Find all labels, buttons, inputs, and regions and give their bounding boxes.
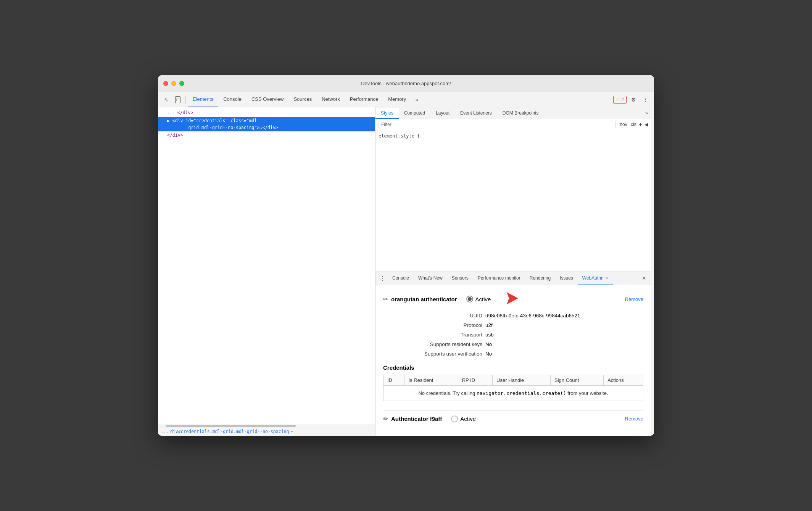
device-icon: □	[175, 96, 180, 103]
drawer-tab-console[interactable]: Console	[388, 272, 414, 285]
more-tabs-button[interactable]: »	[411, 94, 422, 105]
drawer-tab-sensors[interactable]: Sensors	[447, 272, 473, 285]
resident-keys-value: No	[485, 341, 492, 347]
no-credentials-cell: No credentials. Try calling navigator.cr…	[383, 386, 643, 401]
main-scrollbar[interactable]	[651, 107, 654, 436]
cls-button[interactable]: .cls	[630, 122, 636, 127]
webauthn-tab-close-button[interactable]: ×	[605, 275, 608, 281]
authenticator-1-active-group: Active	[466, 291, 519, 307]
tab-event-listeners[interactable]: Event Listeners	[455, 108, 497, 119]
tab-performance[interactable]: Performance	[345, 92, 383, 107]
element-style-code: element.style {	[375, 130, 651, 142]
authenticator-1-section: ✏ orangutan authenticator Active	[383, 291, 643, 401]
drawer-tab-webauthn[interactable]: WebAuthn ×	[578, 272, 613, 285]
authenticator-2-remove-button[interactable]: Remove	[625, 416, 643, 422]
protocol-value: u2f	[485, 322, 493, 328]
settings-button[interactable]: ⚙	[628, 94, 639, 105]
cursor-tool-button[interactable]: ↖	[161, 94, 172, 105]
no-credentials-row: No credentials. Try calling navigator.cr…	[383, 386, 643, 401]
styles-filter-input[interactable]	[379, 121, 615, 128]
warning-count: 2	[621, 97, 624, 102]
element-line-3[interactable]: </div>	[158, 131, 375, 139]
close-button[interactable]	[163, 81, 168, 86]
drawer-tab-perf-monitor[interactable]: Performance monitor	[473, 272, 525, 285]
credentials-table-header-row: ID Is Resident RP ID User Handle Sign Co…	[383, 375, 643, 386]
drawer-menu-button[interactable]: ⋮	[377, 273, 388, 284]
horizontal-scrollbar[interactable]	[158, 424, 375, 427]
el-attr: id=	[185, 118, 193, 123]
expand-arrow: ▶	[167, 118, 172, 123]
breadcrumb-dots: ...	[161, 429, 169, 434]
right-area: Styles Computed Layout Event Listeners D…	[375, 107, 651, 436]
el-attr2: class=	[228, 118, 246, 123]
authenticator-1-remove-button[interactable]: Remove	[625, 296, 643, 302]
add-rule-button[interactable]: +	[639, 121, 642, 128]
uuid-row: UUID d98e08fb-0efc-43e6-968c-99844cab652…	[406, 313, 643, 319]
title-bar: DevTools - webauthndemo.appspot.com/	[158, 75, 654, 92]
tab-styles[interactable]: Styles	[375, 108, 399, 119]
tab-console[interactable]: Console	[219, 92, 246, 107]
device-tool-button[interactable]: □	[172, 94, 183, 105]
el-attr-val2: "mdl-	[246, 118, 260, 123]
tab-layout[interactable]: Layout	[430, 108, 455, 119]
maximize-button[interactable]	[179, 81, 184, 86]
drawer-tab-whats-new[interactable]: What's New	[414, 272, 447, 285]
warning-badge[interactable]: ⚠ 2	[613, 96, 627, 103]
tab-dom-breakpoints[interactable]: DOM Breakpoints	[497, 108, 544, 119]
drawer-tab-rendering[interactable]: Rendering	[525, 272, 555, 285]
styles-tabs: Styles Computed Layout Event Listeners D…	[375, 107, 651, 119]
element-line-2-selected[interactable]: ▶ <div id="credentials" class="mdl- grid…	[158, 117, 375, 131]
user-verify-row: Supports user verification No	[406, 351, 643, 357]
toolbar-right: ⚠ 2 ⚙ ⋮	[613, 94, 651, 105]
col-rp-id: RP ID	[458, 375, 492, 386]
styles-more-tabs-button[interactable]: »	[642, 108, 651, 119]
authenticator-1-header: ✏ orangutan authenticator Active	[383, 291, 643, 307]
authenticator-2-active-radio[interactable]	[451, 416, 458, 422]
devtools-toolbar: ↖ □ Elements Console CSS Overview Source…	[158, 92, 654, 107]
authenticator-1-active-radio[interactable]	[466, 296, 473, 302]
ellipsis: ...	[167, 110, 175, 115]
drawer-close-button[interactable]: ×	[639, 273, 649, 284]
col-actions: Actions	[604, 375, 643, 386]
tab-memory[interactable]: Memory	[383, 92, 411, 107]
cursor-icon: ↖	[164, 97, 169, 103]
gear-icon: ⚙	[631, 97, 636, 103]
tab-css-overview[interactable]: CSS Overview	[247, 92, 288, 107]
authenticator-2-edit-icon[interactable]: ✏	[383, 415, 388, 422]
no-creds-code: navigator.credentials.create()	[477, 390, 566, 396]
breadcrumb-node[interactable]: div#credentials.mdl-grid.mdl-grid--no-sp…	[170, 429, 289, 434]
element-line-1[interactable]: ... </div>	[158, 109, 375, 117]
el-tag-open: <div	[172, 118, 186, 123]
window-title: DevTools - webauthndemo.appspot.com/	[361, 81, 451, 86]
protocol-label: Protocol	[406, 322, 482, 328]
styles-filter-bar: :hov .cls + ◀	[375, 119, 651, 130]
tab-computed[interactable]: Computed	[399, 108, 430, 119]
hov-button[interactable]: :hov	[619, 122, 627, 127]
tab-network[interactable]: Network	[317, 92, 345, 107]
traffic-lights	[163, 81, 184, 86]
authenticator-1-info: UUID d98e08fb-0efc-43e6-968c-99844cab652…	[383, 313, 643, 357]
devtools-window: DevTools - webauthndemo.appspot.com/ ↖ □…	[158, 75, 654, 436]
authenticator-2-section: ✏ Authenticator f9aff Active Remove	[383, 410, 643, 422]
more-options-icon: ⋮	[643, 97, 648, 103]
tab-sources[interactable]: Sources	[289, 92, 316, 107]
elements-tree[interactable]: ... </div> ▶ <div id="credentials" class…	[158, 107, 375, 424]
credentials-section: Credentials ID Is Resident RP ID User Ha…	[383, 364, 643, 401]
breadcrumb-more-icon[interactable]: ⋯	[290, 429, 293, 434]
collapse-button[interactable]: ◀	[644, 122, 648, 127]
more-tabs-icon: »	[415, 97, 418, 103]
more-options-button[interactable]: ⋮	[640, 94, 651, 105]
svg-marker-0	[495, 292, 518, 304]
element-style-text: element.style {	[379, 133, 420, 139]
drawer-tab-issues[interactable]: Issues	[555, 272, 578, 285]
minimize-button[interactable]	[171, 81, 176, 86]
transport-row: Transport usb	[406, 332, 643, 338]
authenticator-2-active-label: Active	[460, 416, 476, 422]
protocol-row: Protocol u2f	[406, 322, 643, 328]
transport-label: Transport	[406, 332, 482, 338]
el-attr-val3: grid mdl-grid--no-spacing"	[188, 125, 257, 130]
tab-elements[interactable]: Elements	[188, 92, 218, 107]
authenticator-1-edit-icon[interactable]: ✏	[383, 296, 388, 303]
credentials-table-body: No credentials. Try calling navigator.cr…	[383, 386, 643, 401]
el-attr-val: "credentials"	[193, 118, 228, 123]
